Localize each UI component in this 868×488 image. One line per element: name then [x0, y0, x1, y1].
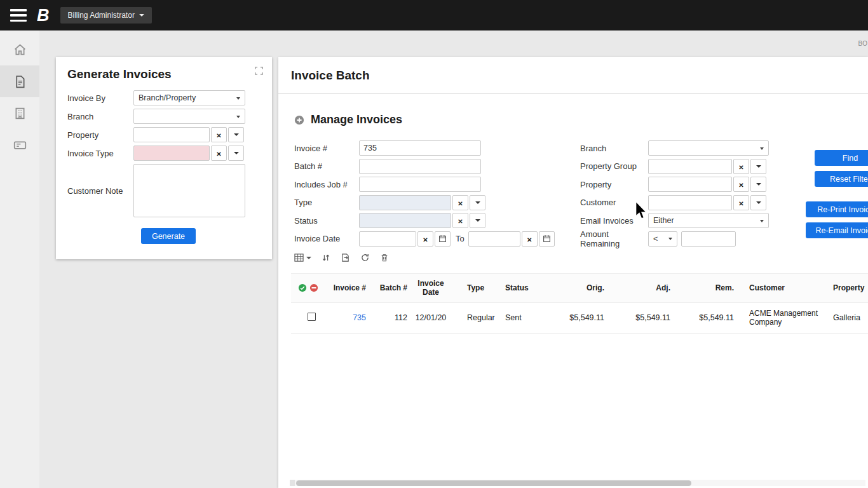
type-dropdown-button[interactable]	[470, 195, 485, 210]
col-orig[interactable]: Orig.	[548, 274, 607, 302]
deselect-all-button[interactable]	[309, 283, 318, 292]
col-customer[interactable]: Customer	[736, 274, 822, 302]
plus-circle-icon[interactable]	[294, 115, 304, 125]
table-row: 735 112 12/01/20 Regular Sent $5,549.11 …	[291, 302, 868, 334]
col-type[interactable]: Type	[452, 274, 499, 302]
col-rem[interactable]: Rem.	[673, 274, 736, 302]
col-status[interactable]: Status	[499, 274, 548, 302]
sidebar-item-home[interactable]	[0, 34, 39, 65]
generate-button[interactable]: Generate	[141, 228, 196, 244]
type-clear-button[interactable]	[452, 195, 468, 210]
property-filter-clear-button[interactable]	[733, 177, 749, 192]
document-icon	[13, 75, 27, 88]
property-input[interactable]	[133, 127, 210, 142]
manage-invoices-title: Manage Invoices	[311, 113, 402, 126]
status-dropdown-button[interactable]	[470, 213, 485, 228]
batch-number-input[interactable]	[359, 159, 481, 174]
amount-operator-value: <	[653, 234, 658, 243]
property-group-clear-button[interactable]	[733, 159, 749, 174]
status-clear-button[interactable]	[452, 213, 468, 228]
sidebar-item-invoices[interactable]	[0, 65, 39, 97]
customer-input[interactable]	[648, 195, 732, 210]
cell-orig: $5,549.11	[548, 302, 607, 334]
sort-button[interactable]	[322, 253, 330, 262]
scrollbar-thumb[interactable]	[296, 480, 691, 486]
chevron-down-icon	[756, 183, 761, 186]
property-group-input[interactable]	[648, 159, 732, 174]
reemail-invoices-button[interactable]: Re-Email Invoice(s)	[806, 222, 868, 238]
filters-right-column: Branch Property Group Property Customer …	[580, 140, 769, 249]
customer-clear-button[interactable]	[733, 195, 749, 210]
export-button[interactable]	[341, 253, 350, 262]
reset-filter-button[interactable]: Reset Filter	[815, 171, 868, 187]
property-group-label: Property Group	[580, 161, 648, 171]
select-all-button[interactable]	[298, 283, 307, 292]
table-header-row: Invoice # Batch # Invoice Date Type Stat…	[291, 274, 868, 302]
top-bar: B Billing Administrator	[0, 0, 868, 30]
invoice-date-to-input[interactable]	[468, 231, 520, 247]
sidebar-item-billing[interactable]	[0, 129, 39, 161]
filters-left-column: Invoice # Batch # Includes Job # Type St…	[294, 140, 555, 249]
branch-filter-label: Branch	[580, 144, 648, 153]
col-invoice-number[interactable]: Invoice #	[325, 274, 369, 302]
horizontal-scrollbar[interactable]	[290, 480, 865, 486]
property-filter-label: Property	[580, 180, 648, 189]
property-dropdown-button[interactable]	[228, 127, 244, 142]
x-icon	[738, 197, 743, 208]
refresh-button[interactable]	[360, 253, 370, 262]
cell-property: Galleria	[822, 302, 868, 334]
amount-operator-select[interactable]: <	[648, 231, 677, 247]
invoice-date-from-input[interactable]	[359, 231, 416, 247]
invoice-by-select[interactable]: Branch/Property	[133, 90, 245, 105]
calendar-icon	[438, 234, 447, 243]
includes-job-input[interactable]	[359, 177, 481, 192]
role-dropdown[interactable]: Billing Administrator	[60, 7, 152, 24]
column-settings-button[interactable]	[294, 253, 311, 262]
refresh-icon	[360, 253, 370, 262]
sidebar-item-properties[interactable]	[0, 97, 39, 129]
invoice-type-label: Invoice Type	[67, 149, 133, 158]
email-invoices-value: Either	[653, 216, 674, 225]
x-icon	[738, 161, 743, 172]
invoice-number-link[interactable]: 735	[353, 313, 366, 322]
property-filter-input[interactable]	[648, 177, 732, 192]
property-group-dropdown-button[interactable]	[750, 159, 766, 174]
customer-dropdown-button[interactable]	[750, 195, 766, 210]
branch-select[interactable]	[133, 109, 245, 124]
invoice-number-input[interactable]	[359, 140, 481, 156]
block-circle-icon	[309, 283, 318, 292]
invoice-type-clear-button[interactable]	[211, 146, 227, 161]
branch-filter-select[interactable]	[648, 140, 769, 156]
property-clear-button[interactable]	[211, 127, 227, 142]
date-from-calendar-button[interactable]	[435, 231, 451, 247]
generate-invoices-card: Generate Invoices Invoice By Branch/Prop…	[56, 57, 272, 259]
invoice-number-label: Invoice #	[294, 144, 359, 153]
col-batch-number[interactable]: Batch #	[369, 274, 410, 302]
status-input[interactable]	[359, 213, 451, 228]
date-from-clear-button[interactable]	[417, 231, 433, 247]
customer-note-input[interactable]	[133, 164, 245, 217]
property-filter-dropdown-button[interactable]	[750, 177, 766, 192]
col-property[interactable]: Property	[822, 274, 868, 302]
invoice-type-dropdown-button[interactable]	[228, 146, 244, 161]
col-invoice-date[interactable]: Invoice Date	[410, 274, 452, 302]
date-to-calendar-button[interactable]	[539, 231, 555, 247]
amount-remaining-input[interactable]	[681, 231, 736, 247]
home-icon	[13, 43, 27, 57]
email-invoices-select[interactable]: Either	[648, 213, 769, 228]
row-checkbox[interactable]	[308, 313, 316, 321]
scroll-left-button[interactable]	[290, 480, 295, 486]
cell-status: Sent	[499, 302, 548, 334]
type-input[interactable]	[359, 195, 451, 210]
hamburger-menu-icon[interactable]	[10, 9, 27, 22]
date-to-clear-button[interactable]	[522, 231, 538, 247]
expand-icon[interactable]	[255, 66, 263, 78]
reprint-invoices-button[interactable]: Re-Print Invoice(s)	[806, 201, 868, 217]
delete-button[interactable]	[380, 253, 389, 262]
find-button[interactable]: Find	[815, 150, 868, 166]
batch-number-label: Batch #	[294, 161, 359, 171]
col-adj[interactable]: Adj.	[607, 274, 673, 302]
grid-icon	[294, 253, 304, 262]
invoice-type-input[interactable]	[133, 146, 210, 161]
invoice-batch-panel: Invoice Batch Manage Invoices Invoice # …	[278, 57, 868, 488]
